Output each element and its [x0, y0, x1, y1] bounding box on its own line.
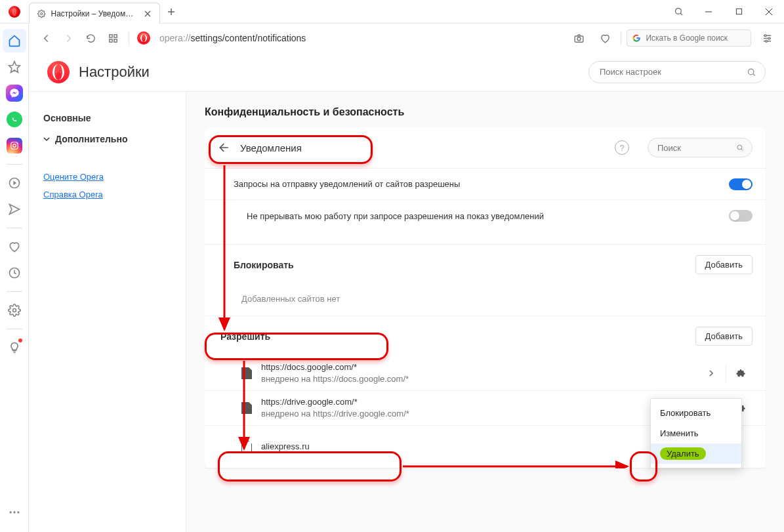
- divider: [7, 329, 22, 329]
- opera-menu-button[interactable]: [0, 0, 29, 23]
- google-icon: [632, 33, 640, 43]
- tab-settings[interactable]: Настройки – Уведомления: [29, 3, 160, 24]
- site-identity-opera-icon[interactable]: [137, 31, 150, 45]
- block-empty-text: Добавленных сайтов нет: [205, 285, 766, 316]
- svg-point-9: [12, 309, 16, 312]
- svg-point-10: [9, 511, 11, 513]
- nav-apps-button[interactable]: [102, 28, 123, 49]
- rate-opera-link[interactable]: Оцените Opera: [43, 168, 171, 186]
- notifications-header-row: Уведомления ?: [205, 127, 766, 169]
- extension-button[interactable]: [729, 361, 753, 385]
- send-icon: [8, 203, 21, 216]
- instagram-icon: [7, 138, 22, 153]
- quiet-toggle[interactable]: [729, 210, 753, 222]
- divider: [129, 31, 129, 45]
- toolbar-bookmark-button[interactable]: [594, 28, 615, 49]
- toolbar-menu-button[interactable]: [756, 28, 777, 49]
- svg-rect-14: [113, 34, 116, 37]
- svg-point-11: [13, 511, 15, 513]
- google-search-input[interactable]: [644, 33, 745, 43]
- menu-block[interactable]: Блокировать: [651, 403, 741, 423]
- arrow-left-icon: [218, 141, 231, 154]
- label: Основные: [43, 113, 91, 123]
- allow-section-header: Разрешить Добавить: [205, 316, 766, 356]
- chevron-down-icon: [43, 136, 50, 142]
- opera-logo-icon: [47, 61, 70, 83]
- sidebar-settings[interactable]: [3, 298, 26, 322]
- settings-navigation: Основные Дополнительно Оцените Opera Спр…: [29, 92, 186, 532]
- block-section-header: Блокировать Добавить: [205, 245, 766, 285]
- nav-forward-button[interactable]: [58, 28, 79, 49]
- chevron-right-icon: [63, 33, 74, 44]
- site-embedded: внедрено на https://docs.google.com/*: [261, 373, 409, 385]
- clock-icon: [8, 266, 21, 279]
- settings-search-input[interactable]: [598, 66, 741, 77]
- sidebar-heart[interactable]: [3, 235, 26, 258]
- svg-rect-15: [109, 39, 112, 41]
- search-icon: [736, 143, 744, 152]
- home-icon: [8, 34, 21, 47]
- label: Дополнительно: [55, 134, 127, 144]
- svg-point-21: [765, 40, 767, 42]
- menu-delete[interactable]: Удалить: [651, 443, 741, 464]
- sidebar-bookmarks[interactable]: [3, 55, 26, 79]
- svg-point-12: [17, 511, 19, 513]
- new-tab-button[interactable]: [165, 6, 177, 18]
- svg-rect-2: [736, 9, 741, 14]
- titlebar-search-button[interactable]: [663, 0, 693, 24]
- settings-nav-basic[interactable]: Основные: [43, 108, 171, 129]
- settings-search-box[interactable]: [588, 61, 766, 83]
- block-add-button[interactable]: Добавить: [695, 255, 753, 274]
- tab-close-button[interactable]: [142, 8, 153, 20]
- label: Разрешить: [220, 331, 270, 342]
- allow-site-row: https://docs.google.com/* внедрено на ht…: [205, 356, 766, 391]
- more-icon: [8, 506, 21, 519]
- allow-add-button[interactable]: Добавить: [695, 327, 753, 346]
- sidebar-instagram[interactable]: [3, 134, 26, 157]
- svg-point-22: [748, 69, 753, 74]
- label: Блокировать: [234, 260, 294, 270]
- nav-back-button[interactable]: [35, 28, 56, 49]
- close-icon: [144, 10, 151, 17]
- help-button[interactable]: ?: [615, 140, 629, 155]
- search-icon: [747, 67, 756, 77]
- maximize-icon: [735, 8, 743, 15]
- messenger-icon: [6, 85, 23, 102]
- back-button[interactable]: [218, 141, 231, 154]
- chevron-right-icon: [708, 370, 714, 377]
- expand-button[interactable]: [699, 361, 723, 385]
- file-icon: [241, 367, 252, 379]
- window-close-button[interactable]: [754, 0, 784, 24]
- notifications-search-box[interactable]: [648, 138, 753, 157]
- google-search-box[interactable]: [627, 30, 751, 47]
- address-bar[interactable]: opera://settings/content/notifications: [159, 33, 306, 43]
- tab-title: Настройки – Уведомления: [51, 9, 137, 18]
- window-maximize-button[interactable]: [724, 0, 754, 24]
- sidebar-more[interactable]: [3, 501, 26, 524]
- divider: [726, 364, 726, 382]
- sidebar-home[interactable]: [3, 29, 26, 52]
- ask-toggle[interactable]: [729, 178, 753, 190]
- notifications-card: Уведомления ? Запросы на отправку уведом…: [205, 127, 766, 468]
- menu-edit[interactable]: Изменить: [651, 423, 741, 443]
- settings-header: Настройки: [29, 52, 784, 92]
- svg-point-19: [764, 34, 766, 36]
- toolbar-camera-button[interactable]: [568, 28, 589, 49]
- sidebar-send[interactable]: [3, 197, 26, 221]
- grid-icon: [108, 33, 119, 44]
- settings-nav-advanced[interactable]: Дополнительно: [43, 129, 171, 150]
- help-opera-link[interactable]: Справка Opera: [43, 186, 171, 203]
- notifications-search-input[interactable]: [656, 142, 731, 153]
- sidebar-whatsapp[interactable]: [3, 108, 26, 131]
- svg-point-20: [768, 37, 770, 39]
- sidebar-history[interactable]: [3, 261, 26, 285]
- sidebar-messenger[interactable]: [3, 81, 26, 105]
- sidebar-lightbulb[interactable]: [3, 336, 26, 359]
- url-scheme: opera://: [159, 33, 190, 43]
- sliders-icon: [762, 33, 773, 44]
- nav-reload-button[interactable]: [80, 28, 101, 49]
- search-icon: [674, 7, 684, 16]
- sidebar-play[interactable]: [3, 171, 26, 195]
- window-minimize-button[interactable]: [693, 0, 724, 24]
- puzzle-icon: [735, 368, 746, 379]
